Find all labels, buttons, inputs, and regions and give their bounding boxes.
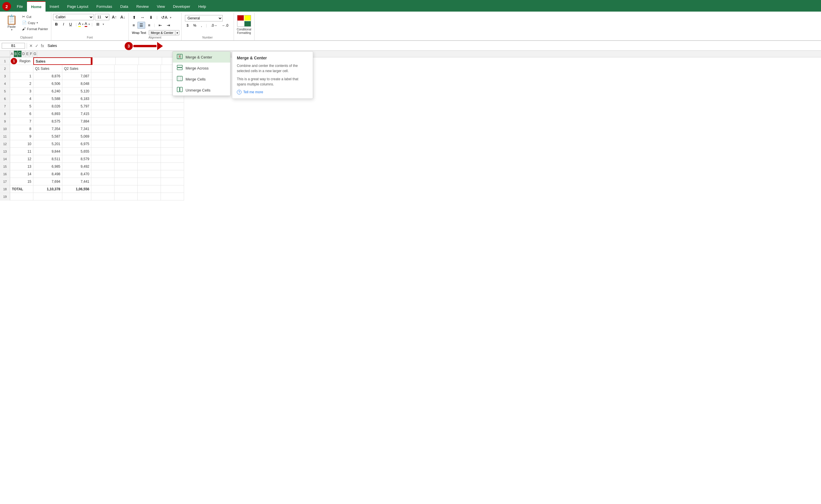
cell-F4[interactable] (138, 80, 161, 87)
col-header-A[interactable]: A (10, 51, 14, 57)
percent-button[interactable]: % (191, 23, 198, 28)
tab-formulas[interactable]: Formulas (92, 1, 116, 12)
cell-E3[interactable] (114, 72, 138, 80)
cell-F17[interactable] (138, 178, 161, 185)
cell-D17[interactable] (91, 178, 114, 185)
cell-D10[interactable] (91, 125, 114, 133)
indent-decrease-button[interactable]: ⇤ (156, 22, 164, 29)
cell-A3[interactable]: 1 (10, 72, 33, 80)
formula-input[interactable] (46, 43, 819, 48)
cell-C2[interactable]: Q2 Sales (62, 65, 91, 72)
cell-C16[interactable]: 8,470 (62, 170, 91, 178)
cell-D16[interactable] (91, 170, 114, 178)
cell-E4[interactable] (114, 80, 138, 87)
cell-A19[interactable] (10, 193, 33, 200)
cell-E11[interactable] (114, 133, 138, 140)
select-all-button[interactable] (0, 51, 10, 57)
cell-E2[interactable] (114, 65, 138, 72)
cell-D3[interactable] (91, 72, 114, 80)
cell-B16[interactable]: 8,498 (33, 170, 62, 178)
cell-G12[interactable] (161, 140, 184, 148)
cell-A10[interactable]: 8 (10, 125, 33, 133)
cell-B10[interactable]: 7,354 (33, 125, 62, 133)
align-top-button[interactable]: ⬆ (130, 14, 138, 21)
cell-D18[interactable] (91, 185, 114, 193)
copy-dropdown[interactable]: ▾ (36, 21, 38, 24)
cell-A14[interactable]: 12 (10, 155, 33, 163)
tab-developer[interactable]: Developer (169, 1, 194, 12)
cell-G14[interactable] (161, 155, 184, 163)
cell-C18[interactable]: 1,06,556 (62, 185, 91, 193)
cell-C15[interactable]: 9,492 (62, 163, 91, 170)
cell-F9[interactable] (138, 118, 161, 125)
tooltip-link[interactable]: ? Tell me more (237, 90, 308, 94)
cell-E19[interactable] (114, 193, 138, 200)
cell-A13[interactable]: 11 (10, 148, 33, 155)
paste-button[interactable]: 📋 Paste ▾ (3, 14, 20, 32)
cell-G6[interactable] (161, 95, 184, 103)
cell-C13[interactable]: 5,655 (62, 148, 91, 155)
cell-B1-merged[interactable]: Sales (33, 57, 91, 65)
cell-G18[interactable] (161, 185, 184, 193)
cell-B9[interactable]: 8,575 (33, 118, 62, 125)
cell-A11[interactable]: 9 (10, 133, 33, 140)
align-bottom-button[interactable]: ⬇ (147, 14, 155, 21)
col-header-D[interactable]: D (22, 51, 26, 57)
cell-F1[interactable] (139, 57, 162, 65)
cell-E17[interactable] (114, 178, 138, 185)
cell-G11[interactable] (161, 133, 184, 140)
cell-D13[interactable] (91, 148, 114, 155)
number-group-label[interactable]: Number (181, 35, 234, 40)
tab-help[interactable]: Help (194, 1, 210, 12)
cell-F10[interactable] (138, 125, 161, 133)
accounting-format-button[interactable]: $ (185, 23, 190, 28)
cell-A7[interactable]: 5 (10, 103, 33, 110)
cell-C10[interactable]: 7,341 (62, 125, 91, 133)
cut-button[interactable]: ✂ Cut (21, 14, 49, 19)
cell-F2[interactable] (138, 65, 161, 72)
decimal-decrease-button[interactable]: ←.0 (220, 23, 230, 28)
cell-C17[interactable]: 7,441 (62, 178, 91, 185)
cell-D15[interactable] (91, 163, 114, 170)
cell-C12[interactable]: 6,975 (62, 140, 91, 148)
cell-G15[interactable] (161, 163, 184, 170)
cell-A5[interactable]: 3 (10, 87, 33, 95)
cell-A16[interactable]: 14 (10, 170, 33, 178)
merge-across-option[interactable]: Merge Across (173, 63, 230, 74)
cell-E9[interactable] (114, 118, 138, 125)
font-grow-button[interactable]: A↑ (110, 14, 118, 20)
cell-G9[interactable] (161, 118, 184, 125)
cell-F7[interactable] (138, 103, 161, 110)
rotate-text-button[interactable]: ↺A (159, 14, 169, 21)
cell-C8[interactable]: 7,415 (62, 110, 91, 118)
font-group-label[interactable]: Font (51, 35, 128, 40)
cell-D11[interactable] (91, 133, 114, 140)
cell-E5[interactable] (114, 87, 138, 95)
cell-G10[interactable] (161, 125, 184, 133)
align-left-button[interactable]: ≡ (130, 22, 137, 29)
italic-button[interactable]: I (61, 21, 66, 27)
cell-B11[interactable]: 5,587 (33, 133, 62, 140)
decimal-increase-button[interactable]: .0→ (209, 23, 219, 28)
cell-D14[interactable] (91, 155, 114, 163)
tab-review[interactable]: Review (132, 1, 153, 12)
cell-B18[interactable]: 1,10,378 (33, 185, 62, 193)
cell-E8[interactable] (114, 110, 138, 118)
cell-F6[interactable] (138, 95, 161, 103)
number-format-select[interactable]: General Number Currency Percentage (185, 15, 223, 21)
cell-A15[interactable]: 13 (10, 163, 33, 170)
paste-dropdown[interactable]: ▾ (11, 28, 12, 31)
clipboard-group-label[interactable]: Clipboard (2, 35, 51, 40)
cell-E15[interactable] (114, 163, 138, 170)
cell-F16[interactable] (138, 170, 161, 178)
cell-A4[interactable]: 2 (10, 80, 33, 87)
cell-G17[interactable] (161, 178, 184, 185)
cell-F18[interactable] (138, 185, 161, 193)
cell-A6[interactable]: 4 (10, 95, 33, 103)
cell-reference-input[interactable] (2, 43, 25, 49)
tab-insert[interactable]: Insert (45, 1, 63, 12)
merge-center-main-button[interactable]: Merge & Center (149, 30, 175, 35)
cell-F15[interactable] (138, 163, 161, 170)
merge-center-option[interactable]: Merge & Center (173, 52, 230, 63)
cell-D1[interactable] (92, 57, 116, 65)
